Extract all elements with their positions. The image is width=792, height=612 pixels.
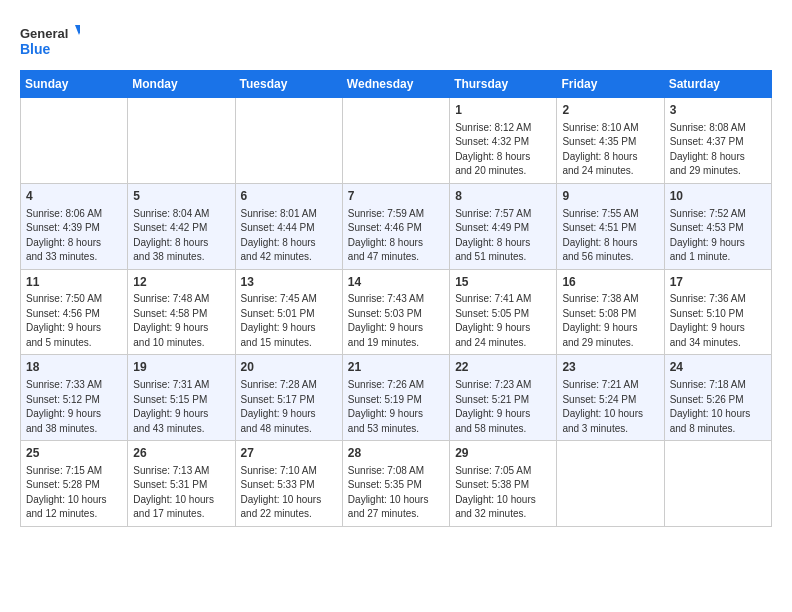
weekday-header-tuesday: Tuesday xyxy=(235,71,342,98)
day-number: 6 xyxy=(241,188,337,205)
day-info: Sunrise: 8:06 AM Sunset: 4:39 PM Dayligh… xyxy=(26,207,122,265)
day-info: Sunrise: 7:59 AM Sunset: 4:46 PM Dayligh… xyxy=(348,207,444,265)
calendar-cell: 5Sunrise: 8:04 AM Sunset: 4:42 PM Daylig… xyxy=(128,183,235,269)
day-info: Sunrise: 7:36 AM Sunset: 5:10 PM Dayligh… xyxy=(670,292,766,350)
calendar-cell: 29Sunrise: 7:05 AM Sunset: 5:38 PM Dayli… xyxy=(450,441,557,527)
calendar-cell: 10Sunrise: 7:52 AM Sunset: 4:53 PM Dayli… xyxy=(664,183,771,269)
weekday-header-wednesday: Wednesday xyxy=(342,71,449,98)
day-number: 24 xyxy=(670,359,766,376)
calendar-cell: 4Sunrise: 8:06 AM Sunset: 4:39 PM Daylig… xyxy=(21,183,128,269)
svg-text:General: General xyxy=(20,26,68,41)
day-info: Sunrise: 7:57 AM Sunset: 4:49 PM Dayligh… xyxy=(455,207,551,265)
calendar-week-2: 11Sunrise: 7:50 AM Sunset: 4:56 PM Dayli… xyxy=(21,269,772,355)
weekday-header-row: SundayMondayTuesdayWednesdayThursdayFrid… xyxy=(21,71,772,98)
day-info: Sunrise: 7:43 AM Sunset: 5:03 PM Dayligh… xyxy=(348,292,444,350)
day-number: 8 xyxy=(455,188,551,205)
day-number: 9 xyxy=(562,188,658,205)
calendar-cell xyxy=(342,98,449,184)
calendar-cell: 12Sunrise: 7:48 AM Sunset: 4:58 PM Dayli… xyxy=(128,269,235,355)
calendar-cell: 19Sunrise: 7:31 AM Sunset: 5:15 PM Dayli… xyxy=(128,355,235,441)
day-info: Sunrise: 7:21 AM Sunset: 5:24 PM Dayligh… xyxy=(562,378,658,436)
day-info: Sunrise: 7:10 AM Sunset: 5:33 PM Dayligh… xyxy=(241,464,337,522)
day-number: 20 xyxy=(241,359,337,376)
calendar-cell: 28Sunrise: 7:08 AM Sunset: 5:35 PM Dayli… xyxy=(342,441,449,527)
svg-marker-2 xyxy=(75,25,80,35)
calendar-week-3: 18Sunrise: 7:33 AM Sunset: 5:12 PM Dayli… xyxy=(21,355,772,441)
day-info: Sunrise: 7:05 AM Sunset: 5:38 PM Dayligh… xyxy=(455,464,551,522)
calendar-cell: 7Sunrise: 7:59 AM Sunset: 4:46 PM Daylig… xyxy=(342,183,449,269)
day-number: 7 xyxy=(348,188,444,205)
day-info: Sunrise: 8:12 AM Sunset: 4:32 PM Dayligh… xyxy=(455,121,551,179)
calendar-cell: 3Sunrise: 8:08 AM Sunset: 4:37 PM Daylig… xyxy=(664,98,771,184)
day-info: Sunrise: 7:26 AM Sunset: 5:19 PM Dayligh… xyxy=(348,378,444,436)
calendar-cell: 18Sunrise: 7:33 AM Sunset: 5:12 PM Dayli… xyxy=(21,355,128,441)
day-number: 22 xyxy=(455,359,551,376)
calendar-week-1: 4Sunrise: 8:06 AM Sunset: 4:39 PM Daylig… xyxy=(21,183,772,269)
calendar-cell: 2Sunrise: 8:10 AM Sunset: 4:35 PM Daylig… xyxy=(557,98,664,184)
day-number: 27 xyxy=(241,445,337,462)
calendar-cell: 13Sunrise: 7:45 AM Sunset: 5:01 PM Dayli… xyxy=(235,269,342,355)
day-info: Sunrise: 7:45 AM Sunset: 5:01 PM Dayligh… xyxy=(241,292,337,350)
svg-text:Blue: Blue xyxy=(20,41,51,57)
day-info: Sunrise: 7:55 AM Sunset: 4:51 PM Dayligh… xyxy=(562,207,658,265)
day-info: Sunrise: 7:48 AM Sunset: 4:58 PM Dayligh… xyxy=(133,292,229,350)
day-info: Sunrise: 8:10 AM Sunset: 4:35 PM Dayligh… xyxy=(562,121,658,179)
day-number: 12 xyxy=(133,274,229,291)
calendar-cell: 24Sunrise: 7:18 AM Sunset: 5:26 PM Dayli… xyxy=(664,355,771,441)
weekday-header-monday: Monday xyxy=(128,71,235,98)
day-number: 18 xyxy=(26,359,122,376)
calendar-cell: 23Sunrise: 7:21 AM Sunset: 5:24 PM Dayli… xyxy=(557,355,664,441)
day-info: Sunrise: 7:52 AM Sunset: 4:53 PM Dayligh… xyxy=(670,207,766,265)
calendar-body: 1Sunrise: 8:12 AM Sunset: 4:32 PM Daylig… xyxy=(21,98,772,527)
day-number: 23 xyxy=(562,359,658,376)
day-number: 10 xyxy=(670,188,766,205)
logo: General Blue xyxy=(20,20,80,60)
day-number: 4 xyxy=(26,188,122,205)
calendar-cell: 22Sunrise: 7:23 AM Sunset: 5:21 PM Dayli… xyxy=(450,355,557,441)
calendar-table: SundayMondayTuesdayWednesdayThursdayFrid… xyxy=(20,70,772,527)
calendar-cell: 20Sunrise: 7:28 AM Sunset: 5:17 PM Dayli… xyxy=(235,355,342,441)
calendar-cell: 1Sunrise: 8:12 AM Sunset: 4:32 PM Daylig… xyxy=(450,98,557,184)
day-number: 29 xyxy=(455,445,551,462)
calendar-cell: 17Sunrise: 7:36 AM Sunset: 5:10 PM Dayli… xyxy=(664,269,771,355)
calendar-cell: 25Sunrise: 7:15 AM Sunset: 5:28 PM Dayli… xyxy=(21,441,128,527)
day-info: Sunrise: 7:15 AM Sunset: 5:28 PM Dayligh… xyxy=(26,464,122,522)
calendar-week-0: 1Sunrise: 8:12 AM Sunset: 4:32 PM Daylig… xyxy=(21,98,772,184)
day-info: Sunrise: 7:08 AM Sunset: 5:35 PM Dayligh… xyxy=(348,464,444,522)
day-number: 15 xyxy=(455,274,551,291)
day-info: Sunrise: 7:28 AM Sunset: 5:17 PM Dayligh… xyxy=(241,378,337,436)
calendar-cell xyxy=(21,98,128,184)
calendar-cell: 11Sunrise: 7:50 AM Sunset: 4:56 PM Dayli… xyxy=(21,269,128,355)
calendar-cell xyxy=(664,441,771,527)
day-info: Sunrise: 7:38 AM Sunset: 5:08 PM Dayligh… xyxy=(562,292,658,350)
day-number: 14 xyxy=(348,274,444,291)
weekday-header-thursday: Thursday xyxy=(450,71,557,98)
day-number: 19 xyxy=(133,359,229,376)
weekday-header-sunday: Sunday xyxy=(21,71,128,98)
weekday-header-friday: Friday xyxy=(557,71,664,98)
calendar-cell xyxy=(235,98,342,184)
calendar-cell: 16Sunrise: 7:38 AM Sunset: 5:08 PM Dayli… xyxy=(557,269,664,355)
day-number: 3 xyxy=(670,102,766,119)
calendar-cell: 27Sunrise: 7:10 AM Sunset: 5:33 PM Dayli… xyxy=(235,441,342,527)
logo-svg: General Blue xyxy=(20,20,80,60)
day-info: Sunrise: 7:50 AM Sunset: 4:56 PM Dayligh… xyxy=(26,292,122,350)
day-number: 25 xyxy=(26,445,122,462)
day-number: 17 xyxy=(670,274,766,291)
calendar-cell xyxy=(128,98,235,184)
calendar-cell: 6Sunrise: 8:01 AM Sunset: 4:44 PM Daylig… xyxy=(235,183,342,269)
calendar-cell: 26Sunrise: 7:13 AM Sunset: 5:31 PM Dayli… xyxy=(128,441,235,527)
day-info: Sunrise: 7:13 AM Sunset: 5:31 PM Dayligh… xyxy=(133,464,229,522)
day-number: 16 xyxy=(562,274,658,291)
day-info: Sunrise: 8:04 AM Sunset: 4:42 PM Dayligh… xyxy=(133,207,229,265)
weekday-header-saturday: Saturday xyxy=(664,71,771,98)
calendar-cell: 9Sunrise: 7:55 AM Sunset: 4:51 PM Daylig… xyxy=(557,183,664,269)
day-info: Sunrise: 8:01 AM Sunset: 4:44 PM Dayligh… xyxy=(241,207,337,265)
day-number: 28 xyxy=(348,445,444,462)
day-number: 5 xyxy=(133,188,229,205)
calendar-cell: 14Sunrise: 7:43 AM Sunset: 5:03 PM Dayli… xyxy=(342,269,449,355)
page-header: General Blue xyxy=(20,20,772,60)
calendar-cell: 21Sunrise: 7:26 AM Sunset: 5:19 PM Dayli… xyxy=(342,355,449,441)
calendar-week-4: 25Sunrise: 7:15 AM Sunset: 5:28 PM Dayli… xyxy=(21,441,772,527)
day-number: 1 xyxy=(455,102,551,119)
